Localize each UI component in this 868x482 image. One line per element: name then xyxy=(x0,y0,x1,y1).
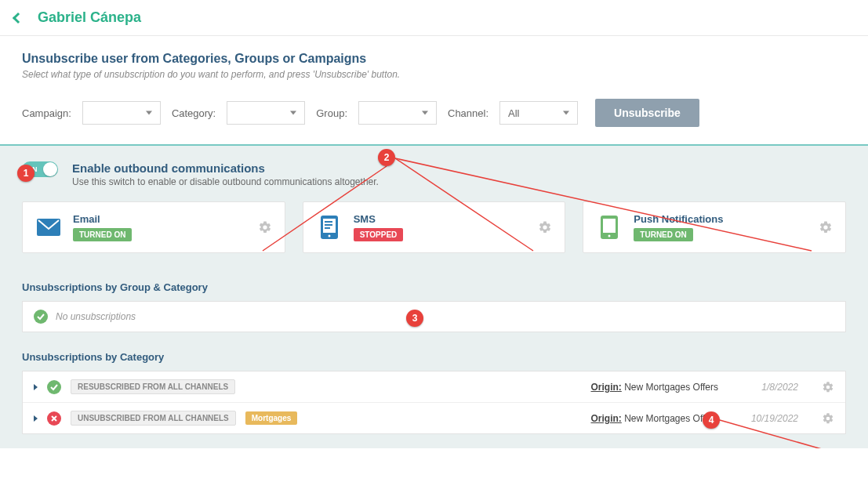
channel-status-badge: STOPPED xyxy=(354,228,404,241)
unsubscribe-subtitle: Select what type of unsubscription do yo… xyxy=(22,69,846,80)
email-icon xyxy=(35,214,62,241)
channel-card-push: Push Notifications TURNED ON xyxy=(583,201,846,253)
page-title: Gabriel Cánepa xyxy=(38,9,141,26)
group-dropdown[interactable] xyxy=(358,101,437,125)
channel-card-sms: SMS STOPPED xyxy=(303,201,566,253)
check-icon xyxy=(34,310,48,324)
annotation-4: 4 xyxy=(703,411,720,429)
channel-card-email: Email TURNED ON xyxy=(22,201,285,253)
group-empty-box: No unsubscriptions xyxy=(22,301,846,332)
svg-rect-8 xyxy=(603,219,616,233)
enable-desc: Use this switch to enable or disable out… xyxy=(72,176,379,187)
origin-label: Origin: New Mortgages Offers xyxy=(591,382,719,393)
category-row: RESUBSCRIBED FROM ALL CHANNELS Origin: N… xyxy=(23,371,845,403)
annotation-1: 1 xyxy=(17,165,35,182)
category-tag: Mortgages xyxy=(245,411,298,425)
svg-point-6 xyxy=(328,235,330,237)
svg-rect-4 xyxy=(325,224,332,226)
category-label: Category: xyxy=(172,107,216,119)
channel-value: All xyxy=(508,107,519,119)
expand-caret-icon[interactable] xyxy=(34,415,38,422)
group-label: Group: xyxy=(316,107,347,119)
gear-icon[interactable] xyxy=(819,220,833,234)
annotation-2: 2 xyxy=(378,149,395,166)
category-dropdown[interactable] xyxy=(227,101,305,125)
channel-name: Push Notifications xyxy=(634,213,808,225)
channel-dropdown[interactable]: All xyxy=(499,101,578,125)
expand-caret-icon[interactable] xyxy=(34,384,38,390)
group-section-heading: Unsubscriptions by Group & Category xyxy=(22,281,846,293)
back-button[interactable] xyxy=(13,12,24,23)
status-pill: UNSUBSCRIBED FROM ALL CHANNELS xyxy=(71,411,236,426)
channel-label: Channel: xyxy=(448,107,488,119)
channel-status-badge: TURNED ON xyxy=(634,228,692,241)
channel-name: Email xyxy=(73,213,247,225)
campaign-label: Campaign: xyxy=(22,107,71,119)
cat-section-heading: Unsubscriptions by Category xyxy=(22,351,846,363)
sms-icon xyxy=(316,214,343,241)
unsubscribe-heading: Unsubscribe user from Categories, Groups… xyxy=(22,52,846,66)
svg-point-9 xyxy=(608,235,611,237)
annotation-3: 3 xyxy=(406,310,423,327)
gear-icon[interactable] xyxy=(258,220,272,234)
cross-icon xyxy=(47,411,61,426)
origin-label: Origin: New Mortgages Offers xyxy=(591,413,719,424)
campaign-dropdown[interactable] xyxy=(82,101,161,125)
row-date: 1/8/2022 xyxy=(742,382,798,393)
toggle-knob xyxy=(43,162,57,176)
gear-icon[interactable] xyxy=(822,381,834,393)
push-icon xyxy=(596,214,623,241)
svg-rect-3 xyxy=(325,221,332,223)
enable-title: Enable outbound communications xyxy=(72,161,379,175)
unsubscribe-button[interactable]: Unsubscribe xyxy=(595,99,699,127)
category-row: UNSUBSCRIBED FROM ALL CHANNELS Mortgages… xyxy=(23,403,845,433)
row-date: 10/19/2022 xyxy=(742,413,798,424)
status-pill: RESUBSCRIBED FROM ALL CHANNELS xyxy=(71,379,235,394)
svg-rect-5 xyxy=(325,227,330,229)
group-empty-text: No unsubscriptions xyxy=(56,311,136,322)
channel-name: SMS xyxy=(354,213,528,225)
gear-icon[interactable] xyxy=(822,412,834,425)
check-icon xyxy=(47,380,61,394)
channel-status-badge: TURNED ON xyxy=(73,228,132,241)
gear-icon[interactable] xyxy=(538,220,552,234)
